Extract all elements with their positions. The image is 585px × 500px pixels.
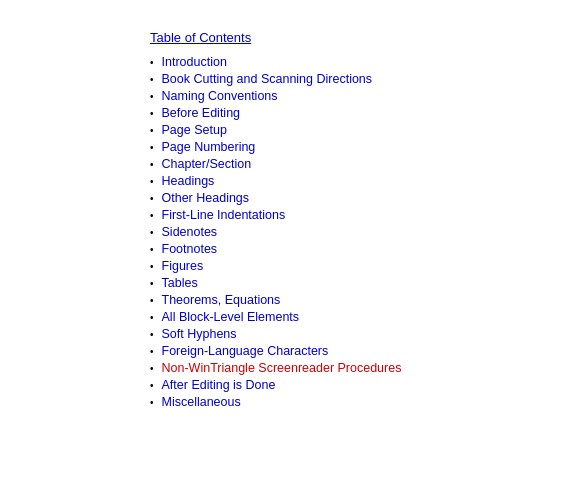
list-item: •Foreign-Language Characters <box>150 344 545 358</box>
bullet-icon: • <box>150 278 154 289</box>
list-item: •Page Numbering <box>150 140 545 154</box>
toc-link[interactable]: Figures <box>162 259 204 273</box>
list-item: •Figures <box>150 259 545 273</box>
list-item: •Naming Conventions <box>150 89 545 103</box>
toc-link[interactable]: Tables <box>162 276 198 290</box>
toc-list: •Introduction•Book Cutting and Scanning … <box>150 55 545 409</box>
list-item: •Theorems, Equations <box>150 293 545 307</box>
toc-link[interactable]: Soft Hyphens <box>162 327 237 341</box>
list-item: •After Editing is Done <box>150 378 545 392</box>
toc-link[interactable]: Page Numbering <box>162 140 256 154</box>
toc-link[interactable]: Sidenotes <box>162 225 218 239</box>
toc-link[interactable]: Headings <box>162 174 215 188</box>
toc-link[interactable]: All Block-Level Elements <box>162 310 300 324</box>
list-item: •Book Cutting and Scanning Directions <box>150 72 545 86</box>
bullet-icon: • <box>150 227 154 238</box>
bullet-icon: • <box>150 261 154 272</box>
toc-link[interactable]: Introduction <box>162 55 227 69</box>
toc-link[interactable]: After Editing is Done <box>162 378 276 392</box>
list-item: •All Block-Level Elements <box>150 310 545 324</box>
bullet-icon: • <box>150 346 154 357</box>
toc-link[interactable]: Book Cutting and Scanning Directions <box>162 72 373 86</box>
toc-link[interactable]: Naming Conventions <box>162 89 278 103</box>
toc-link[interactable]: Other Headings <box>162 191 250 205</box>
bullet-icon: • <box>150 312 154 323</box>
list-item: •Before Editing <box>150 106 545 120</box>
list-item: •Headings <box>150 174 545 188</box>
bullet-icon: • <box>150 193 154 204</box>
bullet-icon: • <box>150 363 154 374</box>
bullet-icon: • <box>150 159 154 170</box>
list-item: •Non-WinTriangle Screenreader Procedures <box>150 361 545 375</box>
list-item: •Sidenotes <box>150 225 545 239</box>
bullet-icon: • <box>150 397 154 408</box>
toc-link[interactable]: Chapter/Section <box>162 157 252 171</box>
page-container: Table of Contents •Introduction•Book Cut… <box>0 0 585 500</box>
list-item: •Miscellaneous <box>150 395 545 409</box>
bullet-icon: • <box>150 295 154 306</box>
list-item: •Soft Hyphens <box>150 327 545 341</box>
toc-link[interactable]: Non-WinTriangle Screenreader Procedures <box>162 361 402 375</box>
bullet-icon: • <box>150 74 154 85</box>
bullet-icon: • <box>150 176 154 187</box>
bullet-icon: • <box>150 125 154 136</box>
toc-title[interactable]: Table of Contents <box>150 30 545 45</box>
list-item: •First-Line Indentations <box>150 208 545 222</box>
list-item: •Other Headings <box>150 191 545 205</box>
toc-link[interactable]: Theorems, Equations <box>162 293 281 307</box>
list-item: •Introduction <box>150 55 545 69</box>
bullet-icon: • <box>150 380 154 391</box>
bullet-icon: • <box>150 329 154 340</box>
list-item: •Footnotes <box>150 242 545 256</box>
bullet-icon: • <box>150 91 154 102</box>
list-item: •Page Setup <box>150 123 545 137</box>
list-item: •Tables <box>150 276 545 290</box>
toc-link[interactable]: First-Line Indentations <box>162 208 286 222</box>
toc-link[interactable]: Miscellaneous <box>162 395 241 409</box>
toc-link[interactable]: Footnotes <box>162 242 218 256</box>
toc-link[interactable]: Before Editing <box>162 106 241 120</box>
bullet-icon: • <box>150 108 154 119</box>
bullet-icon: • <box>150 210 154 221</box>
bullet-icon: • <box>150 57 154 68</box>
toc-link[interactable]: Foreign-Language Characters <box>162 344 329 358</box>
toc-link[interactable]: Page Setup <box>162 123 227 137</box>
list-item: •Chapter/Section <box>150 157 545 171</box>
bullet-icon: • <box>150 142 154 153</box>
bullet-icon: • <box>150 244 154 255</box>
